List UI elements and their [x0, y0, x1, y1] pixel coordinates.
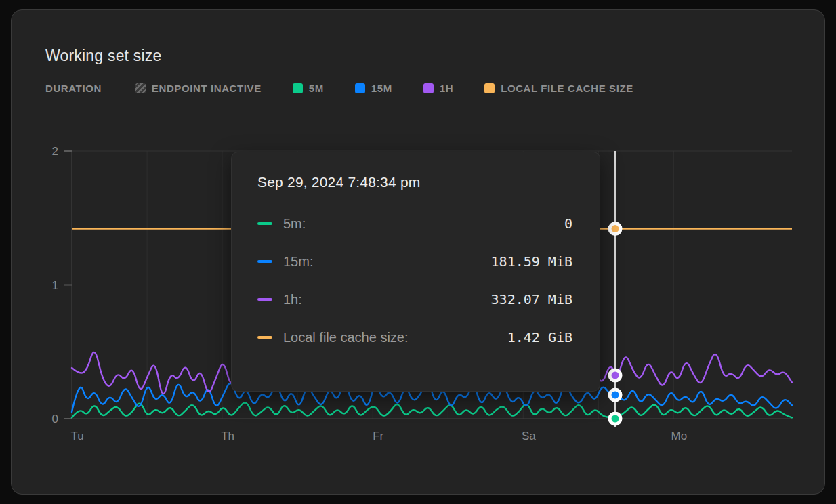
legend-item-5m[interactable]: 5M — [293, 83, 324, 94]
tooltip-timestamp: Sep 29, 2024 7:48:34 pm — [257, 174, 572, 190]
series-line — [72, 402, 792, 417]
y-tick-label: 0 — [52, 413, 58, 425]
chart-tooltip: Sep 29, 2024 7:48:34 pm 5m: 0 15m: 181.5… — [231, 152, 600, 392]
crosshair-marker — [610, 413, 621, 424]
orange-dash-icon — [257, 336, 272, 339]
crosshair-marker — [610, 390, 621, 400]
orange-swatch-icon — [484, 83, 495, 93]
tooltip-row-5m: 5m: 0 — [257, 213, 572, 234]
green-dash-icon — [257, 222, 272, 225]
working-set-size-card: Working set size DURATION ENDPOINT INACT… — [11, 9, 825, 495]
blue-dash-icon — [257, 260, 272, 263]
y-tick-label: 2 — [52, 145, 58, 158]
tooltip-row-local-file-cache-size: Local file cache size: 1.42 GiB — [257, 327, 572, 348]
x-tick-label: Fr — [373, 429, 383, 442]
purple-dash-icon — [257, 298, 272, 301]
chart-legend: DURATION ENDPOINT INACTIVE 5M 15M 1H LOC… — [45, 81, 633, 96]
x-tick-label: Tu — [70, 429, 83, 442]
crosshair-marker — [610, 224, 621, 234]
x-tick-label: Mo — [671, 429, 688, 442]
duration-selector[interactable]: DURATION — [45, 83, 102, 94]
hatched-swatch-icon — [135, 83, 146, 93]
tooltip-rows: 5m: 0 15m: 181.59 MiB 1h: 332.07 MiB Loc… — [257, 213, 572, 365]
tooltip-row-15m: 15m: 181.59 MiB — [257, 251, 572, 272]
y-tick-label: 1 — [52, 279, 58, 292]
legend-item-endpoint-inactive[interactable]: ENDPOINT INACTIVE — [135, 83, 262, 94]
x-tick-label: Th — [221, 429, 234, 442]
purple-swatch-icon — [423, 83, 434, 93]
legend-item-local-file-cache-size[interactable]: LOCAL FILE CACHE SIZE — [484, 83, 633, 94]
page-background: Working set size DURATION ENDPOINT INACT… — [0, 0, 836, 504]
crosshair-marker — [610, 370, 621, 381]
x-tick-label: Sa — [522, 429, 536, 442]
legend-item-1h[interactable]: 1H — [423, 83, 453, 94]
tooltip-row-1h: 1h: 332.07 MiB — [257, 289, 572, 310]
page-title: Working set size — [45, 47, 162, 65]
legend-item-15m[interactable]: 15M — [355, 83, 392, 94]
blue-swatch-icon — [355, 83, 365, 93]
green-swatch-icon — [293, 83, 303, 93]
